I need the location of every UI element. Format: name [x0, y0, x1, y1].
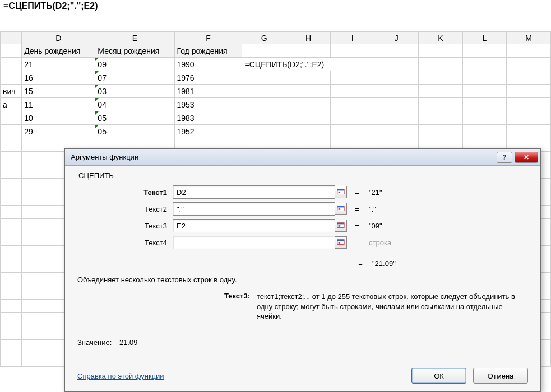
collapse-button[interactable]	[335, 220, 347, 232]
cell[interactable]: 1990	[174, 58, 242, 71]
arg-input-4[interactable]	[173, 236, 335, 249]
cell[interactable]	[507, 44, 551, 58]
col-header-F[interactable]: F	[174, 32, 242, 44]
cell[interactable]	[507, 111, 551, 125]
cell[interactable]	[1, 44, 22, 58]
cell[interactable]: 10	[22, 111, 95, 125]
cell[interactable]	[462, 85, 507, 98]
col-header-I[interactable]: I	[330, 32, 374, 44]
cell[interactable]: 05	[95, 125, 174, 138]
cell[interactable]	[286, 125, 331, 138]
cell[interactable]	[242, 44, 286, 58]
cell[interactable]	[286, 85, 331, 98]
cell[interactable]: 05	[95, 111, 174, 125]
cell[interactable]: 15	[22, 85, 95, 98]
cell[interactable]	[462, 71, 507, 85]
cell[interactable]	[330, 111, 374, 125]
cell[interactable]	[286, 71, 331, 85]
cell[interactable]	[507, 71, 551, 85]
cell[interactable]	[419, 71, 463, 85]
cell[interactable]	[462, 125, 507, 138]
ok-button[interactable]: ОК	[411, 368, 466, 384]
collapse-button[interactable]	[335, 186, 347, 198]
cell[interactable]: 1953	[174, 98, 242, 111]
col-header-G[interactable]: G	[242, 32, 286, 44]
arg-input-2[interactable]	[173, 202, 335, 216]
cell[interactable]: 1983	[174, 111, 242, 125]
cell[interactable]: 03	[95, 85, 174, 98]
cell[interactable]	[374, 85, 419, 98]
cell[interactable]: 1952	[174, 125, 242, 138]
cell[interactable]	[330, 125, 374, 138]
cell[interactable]	[374, 71, 419, 85]
cell[interactable]	[419, 111, 463, 125]
cell[interactable]	[419, 58, 463, 71]
cell-header-E[interactable]: Месяц рождения	[95, 44, 174, 58]
cell[interactable]	[242, 125, 286, 138]
cell[interactable]	[462, 111, 507, 125]
cell[interactable]	[286, 98, 331, 111]
cell[interactable]	[330, 71, 374, 85]
cell[interactable]: 1976	[174, 71, 242, 85]
cell[interactable]	[1, 71, 22, 85]
arg-input-3[interactable]	[173, 219, 335, 232]
cell[interactable]	[419, 44, 463, 58]
cell[interactable]	[286, 111, 331, 125]
cell[interactable]: 07	[95, 71, 174, 85]
function-help-link[interactable]: Справка по этой функции	[77, 372, 164, 380]
cell[interactable]	[419, 98, 463, 111]
cell-referenced[interactable]: 09	[95, 58, 174, 71]
col-header-L[interactable]: L	[462, 32, 507, 44]
cell[interactable]	[462, 98, 507, 111]
cancel-button[interactable]: Отмена	[473, 368, 528, 384]
col-header-D[interactable]: D	[22, 32, 95, 44]
collapse-button[interactable]	[335, 236, 347, 249]
collapse-button[interactable]	[335, 203, 347, 215]
cell[interactable]: 21	[22, 58, 95, 71]
cell[interactable]	[419, 125, 463, 138]
cell[interactable]	[374, 111, 419, 125]
cell[interactable]: 11	[22, 98, 95, 111]
cell[interactable]: а	[1, 98, 22, 111]
cell[interactable]	[374, 125, 419, 138]
cell[interactable]	[374, 44, 419, 58]
cell[interactable]	[419, 85, 463, 98]
cell[interactable]	[507, 85, 551, 98]
cell[interactable]	[242, 71, 286, 85]
cell[interactable]	[242, 111, 286, 125]
cell[interactable]: вич	[1, 85, 22, 98]
arg-input-1[interactable]	[173, 185, 335, 199]
cell[interactable]	[374, 98, 419, 111]
cell[interactable]	[330, 98, 374, 111]
cell[interactable]	[286, 44, 331, 58]
col-header-blank[interactable]	[1, 32, 22, 44]
cell[interactable]	[374, 58, 419, 71]
active-cell[interactable]: =СЦЕПИТЬ(D2;".";E2)	[242, 58, 374, 71]
cell[interactable]	[330, 85, 374, 98]
cell[interactable]	[242, 85, 286, 98]
dialog-title-bar[interactable]: Аргументы функции ? ✕	[65, 149, 540, 166]
cell[interactable]	[1, 58, 22, 71]
cell[interactable]: 04	[95, 98, 174, 111]
col-header-M[interactable]: M	[507, 32, 551, 44]
cell[interactable]	[507, 125, 551, 138]
cell[interactable]	[1, 111, 22, 125]
close-button[interactable]: ✕	[515, 152, 538, 163]
cell[interactable]	[507, 58, 551, 71]
cell[interactable]	[1, 125, 22, 138]
help-button[interactable]: ?	[497, 152, 512, 163]
cell[interactable]: 1981	[174, 85, 242, 98]
cell[interactable]	[242, 98, 286, 111]
col-header-J[interactable]: J	[374, 32, 419, 44]
col-header-E[interactable]: E	[95, 32, 174, 44]
cell[interactable]: 16	[22, 71, 95, 85]
cell[interactable]	[330, 44, 374, 58]
cell[interactable]	[462, 44, 507, 58]
formula-bar[interactable]: =СЦЕПИТЬ(D2;".";E2)	[0, 0, 551, 15]
cell[interactable]	[462, 58, 507, 71]
cell[interactable]: 29	[22, 125, 95, 138]
cell[interactable]	[507, 98, 551, 111]
col-header-H[interactable]: H	[286, 32, 331, 44]
cell-header-D[interactable]: День рождения	[22, 44, 95, 58]
col-header-K[interactable]: K	[419, 32, 463, 44]
